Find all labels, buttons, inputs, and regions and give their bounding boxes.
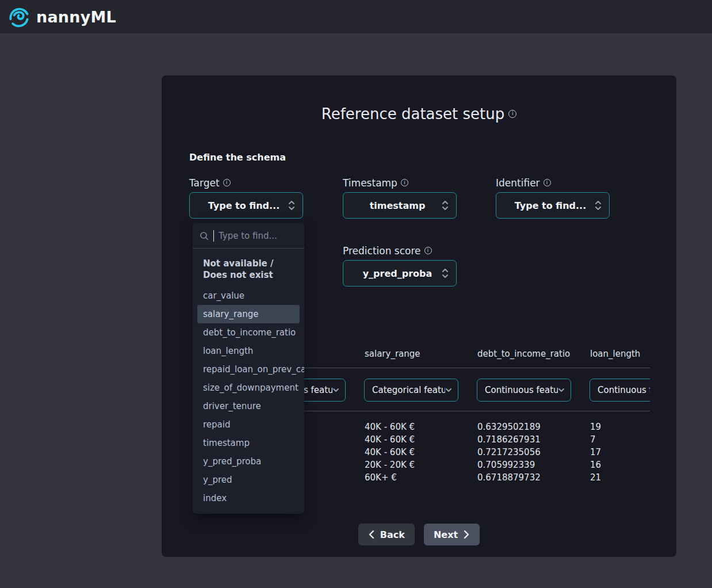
dropdown-option[interactable]: index (197, 489, 300, 507)
table-row: 40K - 60K € 0.7186267931 7 (252, 433, 650, 446)
table-row: 60K+ € 0.6718879732 21 (252, 471, 650, 484)
prediction-score-label: Prediction scorei (343, 245, 457, 258)
dropdown-option[interactable]: y_pred_proba (197, 452, 300, 471)
chevron-down-icon (558, 388, 565, 392)
page-title: Reference dataset setupi (162, 105, 676, 123)
app-screen: nannyML Reference dataset setupi Define … (0, 0, 712, 588)
brand-name: nannyML (36, 8, 116, 26)
timestamp-label: Timestampi (343, 177, 457, 190)
chevron-down-icon (445, 388, 452, 392)
target-info-icon[interactable]: i (223, 179, 231, 186)
feature-type-select[interactable]: Continuous feature (477, 379, 571, 402)
dropdown-search-input[interactable] (219, 231, 297, 241)
dataset-preview-table: salary_range debt_to_income_ratio loan_l… (252, 345, 650, 490)
dropdown-option[interactable]: timestamp (197, 434, 300, 452)
reference-setup-card: Reference dataset setupi Define the sche… (162, 75, 676, 557)
field-target: Targeti Type to find... (189, 177, 303, 219)
identifier-info-icon[interactable]: i (543, 179, 551, 186)
target-dropdown-panel: Not available / Does not exist car_value… (193, 223, 304, 514)
feature-type-select[interactable]: Continuous feature (589, 379, 650, 402)
column-header: salary_range (365, 345, 477, 368)
dropdown-option[interactable]: loan_length (197, 342, 300, 360)
target-select[interactable]: Type to find... (189, 192, 303, 219)
brand: nannyML (7, 5, 116, 28)
dropdown-search[interactable] (193, 223, 304, 249)
feature-type-select[interactable]: Categorical feature (364, 379, 458, 402)
field-prediction-score: Prediction scorei y_pred_proba (343, 245, 457, 287)
dropdown-option[interactable]: driver_tenure (197, 397, 300, 415)
select-updown-icon (441, 199, 449, 212)
dropdown-option[interactable]: car_value (197, 287, 300, 305)
next-button[interactable]: Next (424, 524, 480, 545)
identifier-select[interactable]: Type to find... (496, 192, 610, 219)
column-header: loan_length (590, 345, 650, 368)
dropdown-option[interactable]: repaid (197, 415, 300, 434)
prediction-score-info-icon[interactable]: i (424, 247, 432, 254)
chevron-left-icon (368, 530, 374, 539)
timestamp-info-icon[interactable]: i (401, 179, 408, 186)
target-label: Targeti (189, 177, 303, 190)
dropdown-option[interactable]: size_of_downpayment (197, 379, 300, 397)
text-cursor (213, 230, 214, 242)
select-updown-icon (441, 267, 449, 280)
nannyml-logo-icon (7, 5, 30, 28)
top-navbar: nannyML (0, 0, 712, 33)
dropdown-option-na[interactable]: Not available / Does not exist (197, 257, 300, 287)
identifier-label: Identifieri (496, 177, 610, 190)
feature-type-row: Continuous feature Categorical feature C… (252, 368, 650, 411)
title-info-icon[interactable]: i (508, 110, 516, 118)
dropdown-option[interactable]: repaid_loan_on_prev_car (197, 360, 300, 379)
table-body: 40K - 60K € 0.6329502189 19 40K - 60K € … (252, 411, 650, 484)
dropdown-options-list: Not available / Does not exist car_value… (193, 249, 304, 512)
chevron-right-icon (464, 530, 470, 539)
field-timestamp: Timestampi timestamp (343, 177, 457, 219)
dropdown-option[interactable]: y_pred (197, 471, 300, 489)
select-updown-icon (288, 199, 296, 212)
wizard-navigation: Back Next (162, 524, 676, 545)
chevron-down-icon (332, 388, 339, 392)
table-header-row: salary_range debt_to_income_ratio loan_l… (252, 345, 650, 368)
prediction-score-select[interactable]: y_pred_proba (343, 260, 457, 287)
select-updown-icon (594, 199, 602, 212)
field-identifier: Identifieri Type to find... (496, 177, 610, 219)
table-row: 40K - 60K € 0.6329502189 19 (252, 421, 650, 433)
table-row: 20K - 20K € 0.705992339 16 (252, 459, 650, 471)
dropdown-option-highlighted[interactable]: salary_range (197, 305, 300, 323)
back-button[interactable]: Back (358, 524, 415, 545)
dropdown-option[interactable]: debt_to_income_ratio (197, 323, 300, 342)
timestamp-select[interactable]: timestamp (343, 192, 457, 219)
column-header: debt_to_income_ratio (477, 345, 590, 368)
section-heading: Define the schema (189, 152, 286, 163)
table-row: 40K - 60K € 0.7217235056 17 (252, 446, 650, 459)
search-icon (200, 231, 209, 240)
